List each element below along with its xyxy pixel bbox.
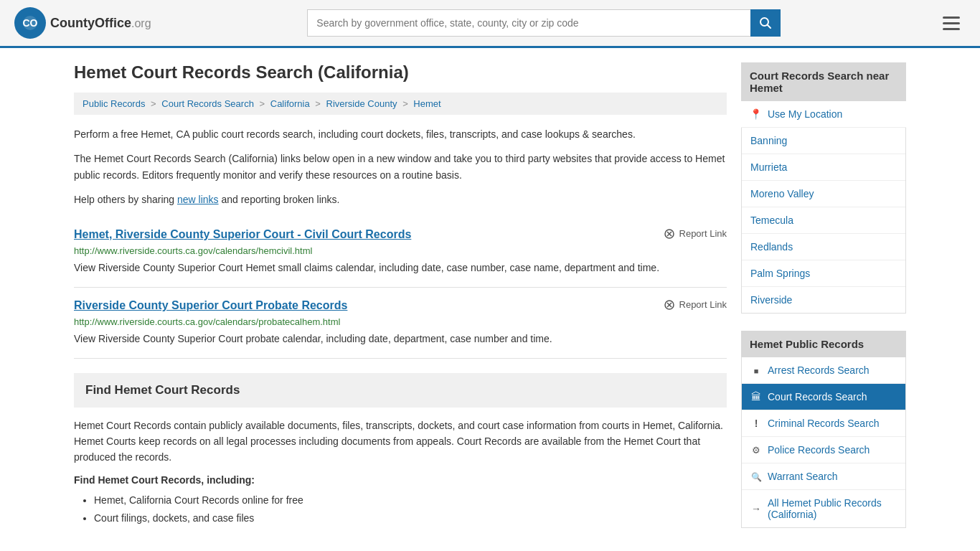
sidebar-public-records-list: Arrest Records Search 🏛 Court Records Se…: [741, 357, 906, 528]
breadcrumb-link-riverside[interactable]: Riverside County: [326, 98, 397, 109]
logo-area: CO CountyOffice.org: [14, 7, 151, 39]
list-item: Court filings, dockets, and case files: [94, 509, 727, 527]
report-link-btn-2[interactable]: Report Link: [664, 299, 727, 311]
page-title: Hemet Court Records Search (California): [74, 62, 727, 83]
location-label: Use My Location: [768, 108, 842, 120]
sidebar-use-my-location[interactable]: 📍 Use My Location: [741, 101, 906, 128]
breadcrumb-separator: >: [260, 98, 268, 109]
list-item: Temecula: [742, 207, 905, 234]
result-desc-1: View Riverside County Superior Court Hem…: [74, 260, 727, 276]
sidebar-item-arrest: Arrest Records Search: [742, 357, 905, 384]
svg-line-4: [768, 25, 771, 29]
list-item: Hemet, California Court Records online f…: [94, 491, 727, 509]
sidebar-public-records-heading: Hemet Public Records: [741, 331, 906, 357]
list-item: Riverside: [742, 287, 905, 313]
description-suffix: and reporting broken links.: [219, 194, 340, 205]
sidebar-link-riverside[interactable]: Riverside: [742, 287, 905, 313]
find-list: Hemet, California Court Records online f…: [74, 491, 727, 527]
sidebar-item-warrant: Warrant Search: [742, 463, 905, 490]
sidebar-link-murrieta[interactable]: Murrieta: [742, 154, 905, 180]
sidebar-item-police: Police Records Search: [742, 437, 905, 463]
arrow-icon: [750, 503, 762, 514]
breadcrumb-separator: >: [315, 98, 323, 109]
list-item: Moreno Valley: [742, 181, 905, 207]
sidebar-item-criminal: Criminal Records Search: [742, 410, 905, 437]
list-item: Palm Springs: [742, 260, 905, 287]
find-description: Hemet Court Records contain publicly ava…: [74, 418, 727, 466]
find-section: Find Hemet Court Records: [74, 373, 727, 408]
sidebar-link-redlands[interactable]: Redlands: [742, 234, 905, 260]
sidebar-link-criminal[interactable]: Criminal Records Search: [742, 410, 905, 436]
sidebar-label-warrant: Warrant Search: [768, 471, 838, 482]
sidebar-item-all-records: All Hemet Public Records (California): [742, 490, 905, 527]
result-card-2-header: Riverside County Superior Court Probate …: [74, 299, 727, 312]
description-para-3: Help others by sharing new links and rep…: [74, 192, 727, 207]
search-input[interactable]: [307, 9, 750, 37]
report-link-label-1: Report Link: [679, 228, 727, 239]
list-item: Murrieta: [742, 154, 905, 181]
arrest-icon: [750, 364, 762, 376]
sidebar-link-arrest[interactable]: Arrest Records Search: [742, 357, 905, 383]
result-url-2: http://www.riverside.courts.ca.gov/calen…: [74, 316, 727, 327]
sidebar-link-temecula[interactable]: Temecula: [742, 207, 905, 233]
new-links-link[interactable]: new links: [177, 194, 219, 205]
sidebar-link-palm-springs[interactable]: Palm Springs: [742, 260, 905, 286]
sidebar-nearby-list: Banning Murrieta Moreno Valley Temecula …: [741, 128, 906, 314]
report-link-btn-1[interactable]: Report Link: [664, 228, 727, 240]
sidebar-label-criminal: Criminal Records Search: [768, 418, 880, 429]
result-card-1-header: Hemet, Riverside County Superior Court -…: [74, 228, 727, 241]
search-area: [307, 9, 781, 37]
sidebar-label-police: Police Records Search: [768, 444, 870, 456]
breadcrumb-link-court-records[interactable]: Court Records Search: [161, 98, 254, 109]
sidebar-link-police[interactable]: Police Records Search: [742, 437, 905, 463]
location-icon: 📍: [750, 108, 762, 120]
description-prefix: Help others by sharing: [74, 194, 177, 205]
result-url-1: http://www.riverside.courts.ca.gov/calen…: [74, 245, 727, 256]
description-para-2: The Hemet Court Records Search (Californ…: [74, 151, 727, 183]
main-container: Hemet Court Records Search (California) …: [60, 48, 920, 551]
description-para-1: Perform a free Hemet, CA public court re…: [74, 126, 727, 142]
sidebar-link-banning[interactable]: Banning: [742, 128, 905, 154]
find-subheading: Find Hemet Court Records, including:: [74, 474, 727, 486]
result-title-1[interactable]: Hemet, Riverside County Superior Court -…: [74, 228, 411, 241]
svg-text:CO: CO: [23, 17, 38, 29]
logo-text: CountyOffice.org: [50, 16, 151, 31]
breadcrumb-separator: >: [151, 98, 159, 109]
sidebar-public-records-section: Hemet Public Records Arrest Records Sear…: [741, 331, 906, 528]
logo-icon: CO: [14, 7, 46, 39]
sidebar-item-court: 🏛 Court Records Search: [742, 384, 905, 410]
result-card-1: Hemet, Riverside County Superior Court -…: [74, 217, 727, 288]
report-link-label-2: Report Link: [679, 299, 727, 310]
criminal-icon: [750, 418, 762, 429]
sidebar-label-all-records: All Hemet Public Records (California): [768, 497, 897, 520]
result-title-2[interactable]: Riverside County Superior Court Probate …: [74, 299, 347, 312]
sidebar-label-court: Court Records Search: [768, 391, 867, 402]
content-area: Hemet Court Records Search (California) …: [74, 62, 727, 545]
hamburger-button[interactable]: [937, 14, 966, 33]
list-item: Redlands: [742, 234, 905, 260]
breadcrumb-link-public-records[interactable]: Public Records: [83, 98, 145, 109]
court-icon: 🏛: [750, 391, 762, 402]
sidebar-link-moreno-valley[interactable]: Moreno Valley: [742, 181, 905, 207]
warrant-icon: [750, 471, 762, 482]
police-icon: [750, 444, 762, 456]
search-button[interactable]: [750, 9, 781, 37]
result-card-2: Riverside County Superior Court Probate …: [74, 288, 727, 359]
sidebar-label-arrest: Arrest Records Search: [768, 364, 870, 376]
sidebar-link-all-records[interactable]: All Hemet Public Records (California): [742, 490, 905, 527]
sidebar-link-warrant[interactable]: Warrant Search: [742, 463, 905, 489]
find-section-heading: Find Hemet Court Records: [85, 383, 715, 397]
list-item: Banning: [742, 128, 905, 154]
header: CO CountyOffice.org: [0, 0, 980, 48]
result-desc-2: View Riverside County Superior Court pro…: [74, 331, 727, 347]
breadcrumb-separator: >: [402, 98, 410, 109]
breadcrumb-link-hemet[interactable]: Hemet: [413, 98, 440, 109]
breadcrumb: Public Records > Court Records Search > …: [74, 93, 727, 115]
sidebar-nearby-heading: Court Records Search near Hemet: [741, 62, 906, 101]
sidebar-link-court[interactable]: 🏛 Court Records Search: [742, 384, 905, 410]
breadcrumb-link-california[interactable]: California: [270, 98, 310, 109]
sidebar-nearby-section: Court Records Search near Hemet 📍 Use My…: [741, 62, 906, 314]
sidebar: Court Records Search near Hemet 📍 Use My…: [741, 62, 906, 545]
